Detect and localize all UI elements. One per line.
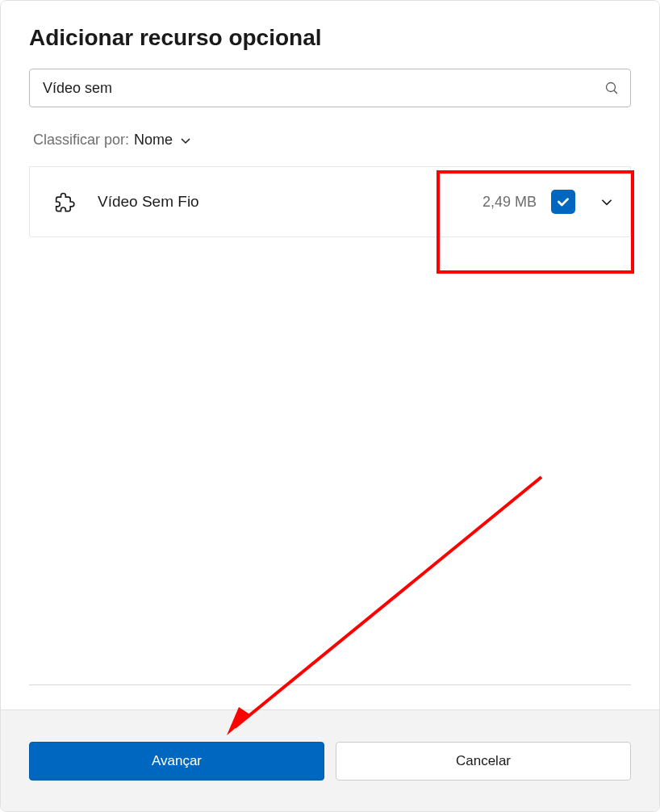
feature-row[interactable]: Vídeo Sem Fio 2,49 MB <box>29 167 631 237</box>
chevron-down-icon[interactable] <box>599 195 614 209</box>
sort-dropdown[interactable]: Classificar por: Nome <box>29 132 631 149</box>
footer-separator <box>29 684 631 685</box>
feature-size: 2,49 MB <box>482 194 537 211</box>
svg-line-1 <box>614 90 617 94</box>
search-wrapper <box>29 69 631 107</box>
sort-value: Nome <box>134 132 173 149</box>
feature-checkbox[interactable] <box>551 190 575 214</box>
search-icon <box>605 82 618 94</box>
chevron-down-icon <box>179 134 192 147</box>
next-button[interactable]: Avançar <box>29 742 324 781</box>
cancel-button[interactable]: Cancelar <box>336 742 631 781</box>
dialog-footer: Avançar Cancelar <box>1 709 659 811</box>
search-input[interactable] <box>29 69 631 107</box>
feature-list: Vídeo Sem Fio 2,49 MB <box>29 166 631 237</box>
sort-label: Classificar por: <box>33 132 129 149</box>
feature-name: Vídeo Sem Fio <box>98 193 482 211</box>
puzzle-icon <box>52 190 75 213</box>
svg-point-0 <box>607 83 616 92</box>
dialog-title: Adicionar recurso opcional <box>29 25 631 51</box>
